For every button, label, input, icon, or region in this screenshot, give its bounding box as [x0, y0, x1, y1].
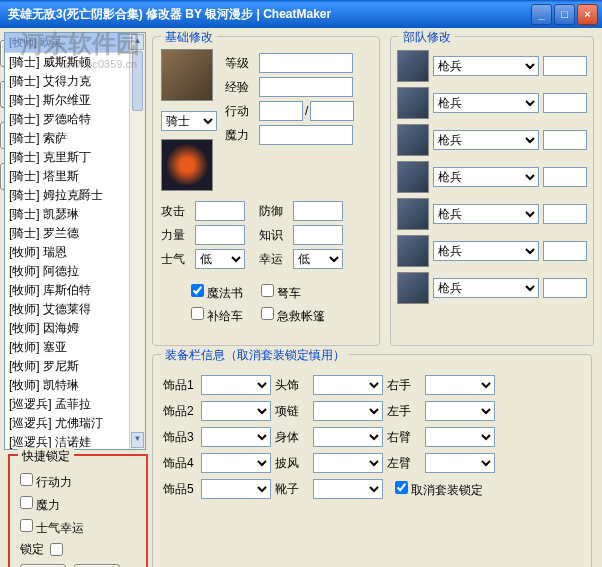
hero-list-item[interactable]: [牧师] 艾德莱得	[5, 300, 145, 319]
troop-portrait	[397, 235, 429, 267]
acc4-select[interactable]	[201, 453, 271, 473]
scrollbar[interactable]: ▲ ▼	[129, 33, 145, 449]
troop-type-select[interactable]: 枪兵	[433, 56, 539, 76]
siege-checkbox[interactable]: 弩车	[261, 283, 301, 302]
action-input-1[interactable]	[259, 101, 303, 121]
head-select[interactable]	[313, 375, 383, 395]
hero-list-item[interactable]: [骑士] 罗德哈特	[5, 110, 145, 129]
hero-list-item[interactable]: [骑士] 斯尔维亚	[5, 91, 145, 110]
lhand-select[interactable]	[425, 401, 495, 421]
troop-count-input[interactable]	[543, 93, 587, 113]
troop-type-select[interactable]: 枪兵	[433, 204, 539, 224]
hero-list-item[interactable]: [牧师] 塞亚	[5, 338, 145, 357]
larm-select[interactable]	[425, 453, 495, 473]
group-quick-lock: 快捷锁定 行动力 魔力 士气幸运 锁定 读取 保存	[8, 454, 148, 567]
attack-label: 攻击	[161, 203, 195, 220]
cape-label: 披风	[275, 455, 309, 472]
scroll-up-icon[interactable]: ▲	[131, 34, 144, 50]
hero-list-item[interactable]: [巡逻兵] 孟菲拉	[5, 395, 145, 414]
acc1-select[interactable]	[201, 375, 271, 395]
neck-select[interactable]	[313, 401, 383, 421]
hero-list-item[interactable]: [牧师] 罗尼斯	[5, 357, 145, 376]
troop-count-input[interactable]	[543, 204, 587, 224]
hero-list-item[interactable]: [牧师] 瑞恩	[5, 243, 145, 262]
hero-list-item[interactable]: [牧师] 因海姆	[5, 319, 145, 338]
hero-list-item[interactable]: [骑士] 艾得力克	[5, 72, 145, 91]
hero-list-item[interactable]: [骑士] 索萨	[5, 129, 145, 148]
troop-portrait	[397, 124, 429, 156]
body-select[interactable]	[313, 427, 383, 447]
supply-checkbox[interactable]: 补给车	[191, 306, 243, 325]
troop-count-input[interactable]	[543, 167, 587, 187]
acc2-label: 饰品2	[163, 403, 197, 420]
hero-list-item[interactable]: [骑士] 克里斯丁	[5, 148, 145, 167]
specialty-portrait	[161, 139, 213, 191]
hero-list-item[interactable]: [牧师] 凯特琳	[5, 376, 145, 395]
boots-select[interactable]	[313, 479, 383, 499]
class-select[interactable]: 骑士	[161, 111, 217, 131]
power-label: 力量	[161, 227, 195, 244]
defense-input[interactable]	[293, 201, 343, 221]
troop-type-select[interactable]: 枪兵	[433, 93, 539, 113]
group-troops: 部队修改 枪兵枪兵枪兵枪兵枪兵枪兵枪兵	[390, 36, 594, 346]
acc2-select[interactable]	[201, 401, 271, 421]
maximize-button[interactable]: □	[554, 4, 575, 25]
morale-select[interactable]: 低	[195, 249, 245, 269]
lock-all-checkbox[interactable]	[50, 543, 63, 556]
hero-list-item[interactable]: [牧师] 阿德拉	[5, 262, 145, 281]
defense-label: 防御	[259, 203, 293, 220]
close-button[interactable]: ×	[577, 4, 598, 25]
level-input[interactable]	[259, 53, 353, 73]
troop-type-select[interactable]: 枪兵	[433, 167, 539, 187]
rarm-select[interactable]	[425, 427, 495, 447]
scroll-down-icon[interactable]: ▼	[131, 432, 144, 448]
lock-action-checkbox[interactable]: 行动力	[20, 472, 72, 491]
troop-row: 枪兵	[397, 235, 587, 267]
lhand-label: 左手	[387, 403, 421, 420]
group-base-stats: 基础修改 骑士 等级 经验 行动/ 魔力 攻击 防御 力量	[152, 36, 380, 346]
hero-list-item[interactable]: [骑士] 姆拉克爵士	[5, 186, 145, 205]
troop-portrait	[397, 87, 429, 119]
rhand-select[interactable]	[425, 375, 495, 395]
minimize-button[interactable]: _	[531, 4, 552, 25]
rarm-label: 右臂	[387, 429, 421, 446]
magic-input[interactable]	[259, 125, 353, 145]
troop-count-input[interactable]	[543, 56, 587, 76]
acc3-select[interactable]	[201, 427, 271, 447]
exp-input[interactable]	[259, 77, 353, 97]
troop-portrait	[397, 161, 429, 193]
scroll-thumb[interactable]	[132, 51, 143, 111]
hero-list-item[interactable]: [骑士] 凯瑟琳	[5, 205, 145, 224]
troop-count-input[interactable]	[543, 130, 587, 150]
luck-select[interactable]: 低	[293, 249, 343, 269]
hero-list-item[interactable]: [骑士] 罗兰德	[5, 224, 145, 243]
hero-list-header: [牧师] 欧灵	[5, 33, 145, 53]
cancel-set-lock-checkbox[interactable]: 取消套装锁定	[395, 480, 483, 499]
power-input[interactable]	[195, 225, 245, 245]
lock-morale-checkbox[interactable]: 士气幸运	[20, 518, 84, 537]
action-input-2[interactable]	[310, 101, 354, 121]
magicbook-checkbox[interactable]: 魔法书	[191, 283, 243, 302]
hero-list-item[interactable]: [骑士] 威斯斯顿	[5, 53, 145, 72]
hero-list-item[interactable]: [骑士] 塔里斯	[5, 167, 145, 186]
troop-count-input[interactable]	[543, 278, 587, 298]
troop-count-input[interactable]	[543, 241, 587, 261]
hero-listbox[interactable]: [牧师] 欧灵 [骑士] 威斯斯顿[骑士] 艾得力克[骑士] 斯尔维亚[骑士] …	[4, 32, 146, 450]
neck-label: 项链	[275, 403, 309, 420]
troop-type-select[interactable]: 枪兵	[433, 241, 539, 261]
troop-row: 枪兵	[397, 161, 587, 193]
troop-type-select[interactable]: 枪兵	[433, 278, 539, 298]
tent-checkbox[interactable]: 急救帐篷	[261, 306, 325, 325]
luck-label: 幸运	[259, 251, 293, 268]
attack-input[interactable]	[195, 201, 245, 221]
troop-row: 枪兵	[397, 198, 587, 230]
troop-type-select[interactable]: 枪兵	[433, 130, 539, 150]
cape-select[interactable]	[313, 453, 383, 473]
hero-list-item[interactable]: [牧师] 库斯伯特	[5, 281, 145, 300]
lock-magic-checkbox[interactable]: 魔力	[20, 495, 60, 514]
acc5-select[interactable]	[201, 479, 271, 499]
hero-list-item[interactable]: [巡逻兵] 尤佛瑞汀	[5, 414, 145, 433]
knowledge-label: 知识	[259, 227, 293, 244]
acc3-label: 饰品3	[163, 429, 197, 446]
knowledge-input[interactable]	[293, 225, 343, 245]
